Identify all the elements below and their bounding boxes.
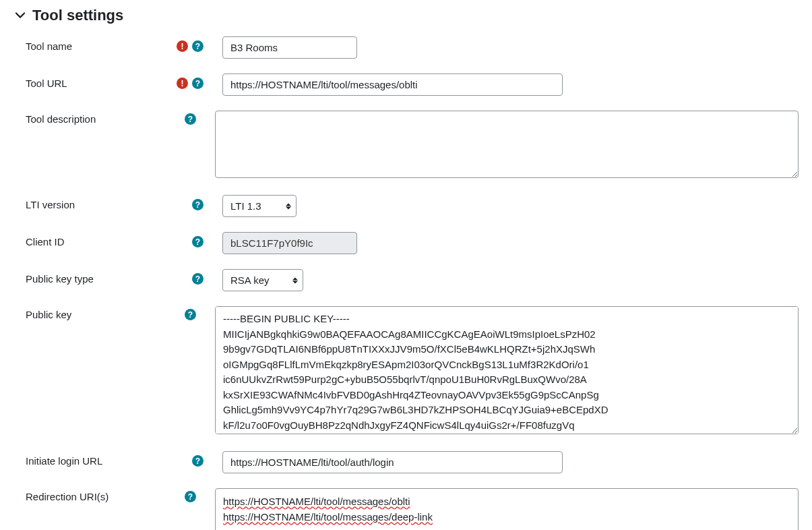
initiate-login-url-label: Initiate login URL (26, 455, 102, 467)
public-key-label: Public key (26, 309, 71, 320)
public-key-input[interactable]: -----BEGIN PUBLIC KEY----- MIICIjANBgkqh… (215, 306, 799, 434)
section-header[interactable]: Tool settings (13, 7, 799, 24)
tool-name-label: Tool name (26, 40, 72, 52)
tool-name-input[interactable] (222, 36, 357, 59)
help-icon[interactable]: ? (192, 78, 204, 89)
tool-url-label: Tool URL (26, 78, 67, 89)
client-id-label: Client ID (26, 236, 65, 247)
client-id-input (222, 232, 357, 254)
lti-version-label: LTI version (26, 199, 75, 210)
initiate-login-url-input[interactable] (222, 451, 563, 473)
help-icon[interactable]: ? (185, 491, 196, 502)
public-key-type-label: Public key type (26, 273, 94, 285)
public-key-type-select[interactable]: RSA key (222, 269, 303, 291)
tool-description-input[interactable] (215, 111, 799, 178)
help-icon[interactable]: ? (192, 273, 204, 285)
redirection-uris-input[interactable]: https://HOSTNAME/lti/tool/messages/oblti… (215, 488, 799, 530)
help-icon[interactable]: ? (185, 113, 196, 125)
help-icon[interactable]: ? (192, 236, 204, 247)
redirection-uris-label: Redirection URI(s) (26, 491, 108, 502)
help-icon[interactable]: ? (185, 309, 196, 320)
tool-url-input[interactable] (222, 73, 563, 96)
required-icon: ! (177, 78, 188, 89)
tool-description-label: Tool description (26, 113, 96, 125)
required-icon: ! (177, 40, 188, 52)
help-icon[interactable]: ? (192, 455, 204, 467)
help-icon[interactable]: ? (192, 40, 204, 52)
section-title: Tool settings (32, 7, 123, 24)
help-icon[interactable]: ? (192, 199, 204, 210)
lti-version-select[interactable]: LTI 1.3 (222, 195, 296, 217)
chevron-down-icon (13, 9, 27, 22)
